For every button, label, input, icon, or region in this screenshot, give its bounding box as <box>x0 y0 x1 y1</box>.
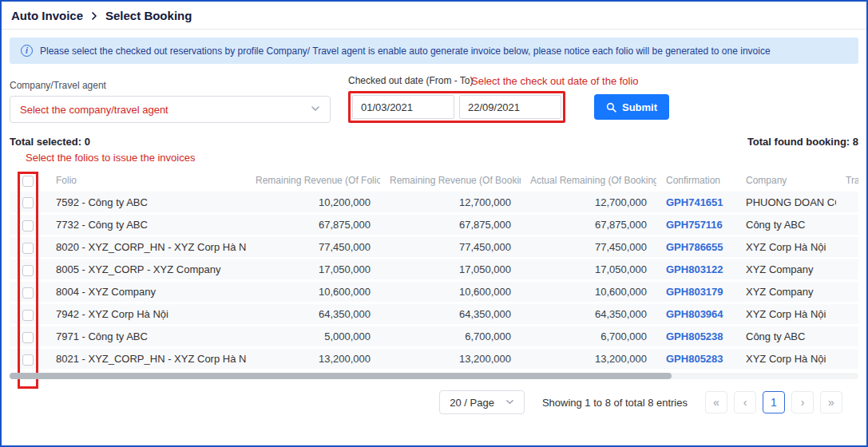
actual-remaining-cell: 6,700,000 <box>521 326 656 348</box>
bookings-table-container: Folio Remaining Revenue (Of Folio) Remai… <box>10 168 858 371</box>
summary-row: Total selected: 0 Total found booking: 8 <box>10 136 858 148</box>
company-cell: XYZ Corp Hà Nội <box>736 236 836 259</box>
remaining-revenue-folio-cell: 67,875,000 <box>246 214 380 236</box>
remaining-revenue-folio-cell: 5,000,000 <box>246 326 380 348</box>
actual-remaining-cell: 64,350,000 <box>521 303 656 326</box>
showing-entries-text: Showing 1 to 8 of total 8 entries <box>542 397 688 409</box>
confirmation-link[interactable]: GPH803179 <box>656 281 736 303</box>
travel-agent-cell <box>836 348 858 370</box>
travel-agent-cell <box>836 214 858 236</box>
actual-remaining-cell: 77,450,000 <box>521 236 656 259</box>
first-page-button[interactable]: « <box>705 391 727 413</box>
next-page-button[interactable]: › <box>791 391 814 413</box>
remaining-revenue-folio-cell: 17,050,000 <box>246 259 380 281</box>
annotation-box-dates <box>348 91 565 123</box>
row-checkbox[interactable] <box>22 287 34 299</box>
table-row: 8020 - XYZ_CORP_HN - XYZ Corp Hà Nội 77,… <box>10 236 858 259</box>
company-select-placeholder: Select the company/travel agent <box>20 104 168 116</box>
remaining-revenue-booking-cell: 12,700,000 <box>380 192 521 214</box>
remaining-revenue-booking-cell: 6,700,000 <box>380 326 521 348</box>
header-actual-remaining: Actual Remaining (Of Booking) <box>521 168 656 192</box>
row-checkbox[interactable] <box>22 332 34 343</box>
company-cell: Công ty ABC <box>736 326 836 348</box>
submit-button-label: Submit <box>622 101 657 113</box>
remaining-revenue-booking-cell: 77,450,000 <box>380 236 521 259</box>
page-size-value: 20 / Page <box>450 397 494 409</box>
info-icon: i <box>21 45 33 57</box>
horizontal-scrollbar[interactable] <box>10 373 858 379</box>
folio-cell: 7592 - Công ty ABC <box>46 192 246 214</box>
chevron-right-icon <box>89 11 99 21</box>
confirmation-link[interactable]: GPH741651 <box>656 192 736 214</box>
remaining-revenue-booking-cell: 64,350,000 <box>380 303 521 326</box>
remaining-revenue-booking-cell: 17,050,000 <box>380 259 521 281</box>
prev-page-button[interactable]: ‹ <box>734 391 756 413</box>
confirmation-link[interactable]: GPH803122 <box>656 259 736 281</box>
table-row: 7971 - Công ty ABC 5,000,000 6,700,000 6… <box>10 326 858 348</box>
header-remaining-revenue-booking: Remaining Revenue (Of Booking) <box>380 168 521 192</box>
travel-agent-cell <box>836 281 858 303</box>
row-checkbox[interactable] <box>22 310 34 321</box>
submit-button[interactable]: Submit <box>594 94 669 120</box>
total-found-text: Total found booking: 8 <box>747 136 858 148</box>
folio-cell: 8004 - XYZ Company <box>46 281 246 303</box>
confirmation-link[interactable]: GPH805283 <box>656 348 736 370</box>
remaining-revenue-folio-cell: 77,450,000 <box>246 236 380 259</box>
confirmation-link[interactable]: GPH757116 <box>656 214 736 236</box>
row-checkbox[interactable] <box>22 220 34 231</box>
travel-agent-cell <box>836 236 858 259</box>
remaining-revenue-folio-cell: 13,200,000 <box>246 348 380 370</box>
actual-remaining-cell: 10,600,000 <box>521 281 656 303</box>
date-from-input[interactable] <box>352 95 454 119</box>
info-banner-text: Please select the checked out reservatio… <box>40 45 771 57</box>
folio-cell: 7971 - Công ty ABC <box>46 326 246 348</box>
confirmation-link[interactable]: GPH786655 <box>656 236 736 259</box>
remaining-revenue-booking-cell: 67,875,000 <box>380 214 521 236</box>
actual-remaining-cell: 13,200,000 <box>521 348 656 370</box>
chevron-down-icon <box>505 397 514 409</box>
annotation-folios-note: Select the folios to issue the invoices <box>26 151 858 165</box>
table-row: 8005 - XYZ_CORP - XYZ Company 17,050,000… <box>10 259 858 281</box>
remaining-revenue-folio-cell: 10,200,000 <box>246 192 380 214</box>
last-page-button[interactable]: » <box>820 391 842 413</box>
company-select[interactable]: Select the company/travel agent <box>10 96 331 123</box>
company-cell: Công ty ABC <box>736 214 836 236</box>
remaining-revenue-folio-cell: 64,350,000 <box>246 303 380 326</box>
page-buttons: « ‹ 1 › » <box>705 391 842 413</box>
horizontal-scrollbar-thumb[interactable] <box>10 373 672 379</box>
actual-remaining-cell: 12,700,000 <box>521 192 656 214</box>
table-row: 7732 - Công ty ABC 67,875,000 67,875,000… <box>10 214 858 236</box>
travel-agent-cell <box>836 303 858 326</box>
folio-cell: 7732 - Công ty ABC <box>46 214 246 236</box>
remaining-revenue-booking-cell: 13,200,000 <box>380 348 521 370</box>
row-checkbox[interactable] <box>22 197 34 208</box>
company-cell: PHUONG DOAN CORP <box>736 192 836 214</box>
actual-remaining-cell: 67,875,000 <box>521 214 656 236</box>
remaining-revenue-booking-cell: 10,600,000 <box>380 281 521 303</box>
breadcrumb-auto-invoice[interactable]: Auto Invoice <box>11 9 83 22</box>
date-to-input[interactable] <box>459 95 561 119</box>
company-cell: XYZ Corp Hà Nội <box>736 303 836 326</box>
auto-invoice-page: Auto Invoice Select Booking i Please sel… <box>0 0 868 447</box>
row-checkbox[interactable] <box>22 265 34 276</box>
confirmation-link[interactable]: GPH805238 <box>656 326 736 348</box>
table-body: 7592 - Công ty ABC 10,200,000 12,700,000… <box>10 192 858 370</box>
confirmation-link[interactable]: GPH803964 <box>656 303 736 326</box>
folio-cell: 8021 - XYZ_CORP_HN - XYZ Corp Hà Nội <box>46 348 246 370</box>
row-checkbox[interactable] <box>22 354 34 366</box>
filters-section: Select the check out date of the folio C… <box>2 75 866 123</box>
current-page-button[interactable]: 1 <box>763 391 785 413</box>
select-all-checkbox[interactable] <box>22 176 34 187</box>
header-travel-agent: Trave <box>836 168 858 192</box>
actual-remaining-cell: 17,050,000 <box>521 259 656 281</box>
total-selected-text: Total selected: 0 <box>10 136 90 148</box>
travel-agent-cell <box>836 326 858 348</box>
header-remaining-revenue-folio: Remaining Revenue (Of Folio) <box>246 168 380 192</box>
row-checkbox[interactable] <box>22 243 34 254</box>
page-size-select[interactable]: 20 / Page <box>439 390 525 414</box>
pagination-bar: 20 / Page Showing 1 to 8 of total 8 entr… <box>10 390 858 414</box>
info-banner: i Please select the checked out reservat… <box>10 38 858 64</box>
company-field-label: Company/Travel agent <box>10 80 331 91</box>
header-folio: Folio <box>46 168 246 192</box>
company-cell: XYZ Corp Hà Nội <box>736 348 836 370</box>
